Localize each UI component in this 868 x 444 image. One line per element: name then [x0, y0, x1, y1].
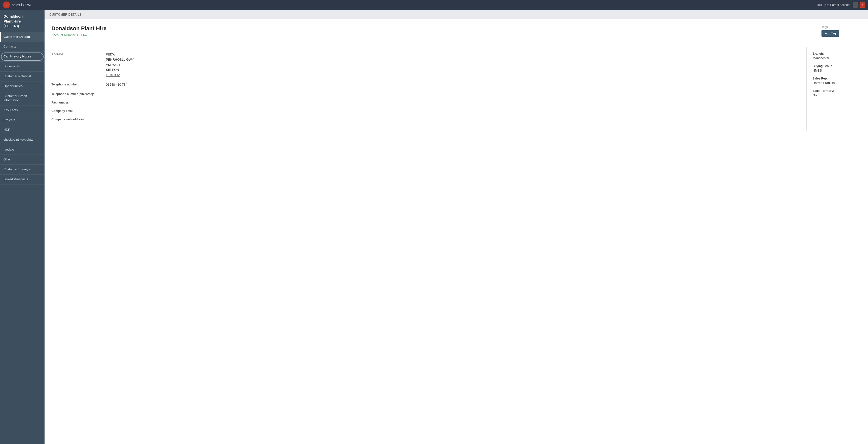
- details-main: Address: FEDWPENRHOSLLIGWYAMLWCHSIR FONL…: [52, 47, 807, 130]
- sidebar-item-ollie[interactable]: Ollie: [0, 155, 44, 165]
- add-tag-button[interactable]: Add Tag: [822, 30, 839, 37]
- sales-territory-detail: Sales Territory: North: [813, 89, 855, 97]
- sidebar-item-checkpoint-keypoints[interactable]: checkpoint keypoints: [0, 135, 44, 145]
- address-label: Address:: [52, 52, 106, 56]
- phone-alt-label: Telephone number (alternate):: [52, 92, 106, 96]
- details-right: Branch: Manchester Buying Group: NMBS Sa…: [807, 47, 861, 130]
- account-number-value: C00648: [77, 33, 89, 37]
- branch-value: Manchester: [813, 56, 855, 60]
- breadcrumb: CUSTOMER DETAILS: [44, 10, 868, 19]
- email-row: Company email:: [52, 109, 797, 113]
- sales-rep-detail: Sales Rep: Darren Franklin: [813, 77, 855, 85]
- buying-group-detail: Buying Group: NMBS: [813, 64, 855, 72]
- web-row: Company web address:: [52, 117, 797, 121]
- svg-text:C: C: [5, 4, 7, 6]
- buying-group-label: Buying Group:: [813, 64, 855, 68]
- tags-block: Tags: Add Tag: [822, 25, 861, 37]
- content-body: Donaldson Plant Hire Account Number: C00…: [44, 19, 868, 444]
- logo-icon: C: [3, 1, 10, 8]
- sales-territory-value: North: [813, 93, 855, 97]
- close-button[interactable]: ×: [860, 2, 865, 8]
- sidebar-item-documents[interactable]: Documents: [0, 62, 44, 71]
- fax-row: Fax number:: [52, 100, 797, 104]
- main-layout: Donaldson Plant Hire (C00648) Customer D…: [0, 10, 868, 444]
- account-number-label: Account Number:: [52, 33, 76, 37]
- sidebar-item-ryedale[interactable]: ryedale: [0, 145, 44, 155]
- sales-rep-label: Sales Rep:: [813, 77, 855, 80]
- sidebar-company-name: Donaldson Plant Hire (C00648): [3, 14, 23, 28]
- account-number: Account Number: C00648: [52, 33, 106, 37]
- minimize-button[interactable]: –: [852, 2, 858, 8]
- tags-label: Tags:: [822, 25, 861, 29]
- top-section: Donaldson Plant Hire Account Number: C00…: [52, 25, 861, 42]
- roll-up-label: Roll up to Parent Account:: [817, 3, 851, 7]
- sidebar-item-customer-credit-information[interactable]: Customer Credit Information: [0, 91, 44, 106]
- buying-group-value: NMBS: [813, 68, 855, 72]
- sidebar-item-customer-potential[interactable]: Customer Potential: [0, 71, 44, 82]
- address-value: FEDWPENRHOSLLIGWYAMLWCHSIR FONLL70 9HZ: [106, 52, 134, 78]
- sidebar-item-customer-surveys[interactable]: Customer Surveys: [0, 165, 44, 175]
- topbar: C sales-i CRM Roll up to Parent Account:…: [0, 0, 868, 10]
- branch-label: Branch:: [813, 52, 855, 56]
- sidebar-item-opportunities[interactable]: Opportunities: [0, 82, 44, 91]
- branch-detail: Branch: Manchester: [813, 52, 855, 60]
- sidebar-item-hdp[interactable]: HDP: [0, 125, 44, 135]
- sales-rep-value: Darren Franklin: [813, 81, 855, 85]
- app-name: sales-i CRM: [12, 3, 31, 7]
- phone-row: Telephone number: 01248 410 784: [52, 82, 797, 87]
- address-row: Address: FEDWPENRHOSLLIGWYAMLWCHSIR FONL…: [52, 52, 797, 78]
- sidebar-item-linked-prospects[interactable]: Linked Prospects: [0, 175, 44, 184]
- sidebar-item-contacts[interactable]: Contacts: [0, 42, 44, 52]
- sidebar-item-projects[interactable]: Projects: [0, 115, 44, 125]
- sidebar-item-call-history-notes[interactable]: Call History Notes: [0, 52, 44, 62]
- details-grid: Address: FEDWPENRHOSLLIGWYAMLWCHSIR FONL…: [52, 47, 861, 130]
- app-logo: C sales-i CRM: [3, 1, 31, 8]
- email-label: Company email:: [52, 109, 106, 113]
- sidebar-item-key-facts[interactable]: Key Facts: [0, 106, 44, 115]
- sidebar: Donaldson Plant Hire (C00648) Customer D…: [0, 10, 44, 444]
- phone-value: 01248 410 784: [106, 82, 127, 87]
- sidebar-item-customer-details[interactable]: Customer Details: [0, 32, 44, 42]
- sales-territory-label: Sales Territory:: [813, 89, 855, 93]
- customer-name: Donaldson Plant Hire: [52, 25, 106, 32]
- phone-alt-row: Telephone number (alternate):: [52, 92, 797, 96]
- content-area: CUSTOMER DETAILS Donaldson Plant Hire Ac…: [44, 10, 868, 444]
- topbar-right: Roll up to Parent Account: – ×: [817, 2, 865, 8]
- customer-name-block: Donaldson Plant Hire Account Number: C00…: [52, 25, 106, 42]
- fax-label: Fax number:: [52, 100, 106, 104]
- web-label: Company web address:: [52, 117, 106, 121]
- sidebar-header: Donaldson Plant Hire (C00648): [0, 10, 44, 32]
- phone-label: Telephone number:: [52, 82, 106, 86]
